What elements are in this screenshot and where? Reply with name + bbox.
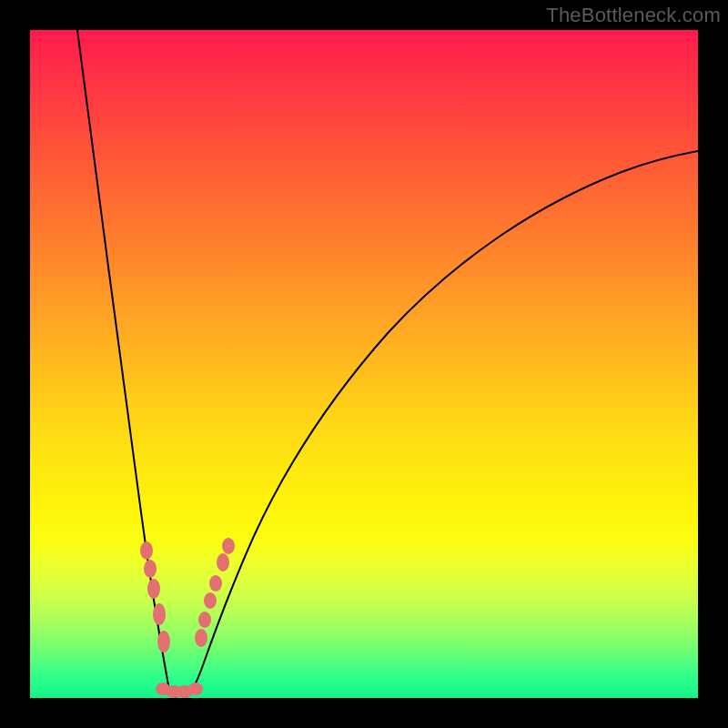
svg-point-10 <box>222 538 235 554</box>
svg-point-6 <box>198 612 211 628</box>
svg-point-2 <box>147 579 160 599</box>
chart-svg <box>30 30 698 698</box>
svg-point-9 <box>217 553 229 571</box>
valley-markers <box>156 682 203 698</box>
svg-point-5 <box>195 629 207 647</box>
svg-point-1 <box>144 560 157 578</box>
watermark-text: TheBottleneck.com <box>546 4 721 27</box>
svg-point-7 <box>204 592 217 609</box>
chart-frame: TheBottleneck.com <box>0 0 728 728</box>
svg-point-4 <box>157 631 170 652</box>
plot-area <box>30 30 698 698</box>
svg-point-14 <box>188 682 203 695</box>
left-curve <box>77 30 176 697</box>
svg-point-8 <box>209 575 222 592</box>
right-curve <box>187 151 698 697</box>
svg-point-3 <box>153 603 166 625</box>
svg-point-0 <box>140 541 153 560</box>
left-curve-markers <box>140 541 170 652</box>
